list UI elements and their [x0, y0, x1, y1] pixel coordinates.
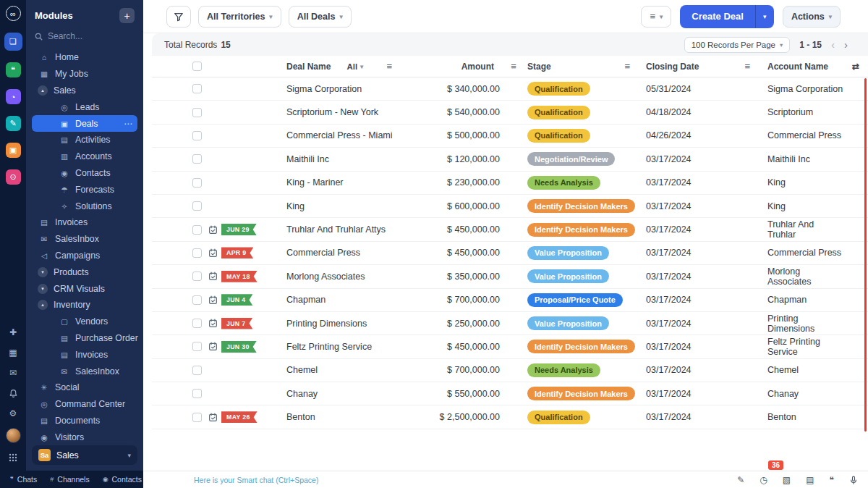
table-row[interactable]: JUN 4Chapman$ 700,000.00Proposal/Price Q… — [152, 289, 868, 312]
row-checkbox[interactable] — [192, 108, 202, 117]
more-options-icon[interactable]: ⋯ — [124, 119, 133, 129]
create-deal-button[interactable]: Create Deal — [680, 5, 755, 28]
statusbar-channels[interactable]: #Channels — [50, 475, 89, 484]
zia-icon[interactable]: ▧ — [783, 475, 791, 485]
stage-header[interactable]: Stage — [527, 62, 551, 72]
sidebar-item-leads[interactable]: ◎Leads — [32, 98, 137, 115]
sidebar-item-purchase-order[interactable]: ▤Purchase Order — [32, 330, 137, 347]
sidebar-item-documents[interactable]: ▤Documents — [32, 413, 137, 429]
calendar-check-icon[interactable] — [208, 272, 218, 281]
row-checkbox[interactable] — [192, 201, 202, 211]
closing-date-header[interactable]: Closing Date — [646, 62, 699, 72]
statusbar-contacts[interactable]: ◉Contacts — [103, 475, 142, 484]
deal-name-link[interactable]: Chanay — [286, 389, 318, 399]
sidebar-item-vendors[interactable]: ▢Vendors — [32, 314, 137, 330]
sidebar-item-inventory[interactable]: ▲Inventory — [32, 297, 137, 314]
search-app-icon[interactable]: ⊙ — [6, 169, 21, 185]
products-app-icon[interactable]: ▣ — [6, 143, 21, 158]
deal-name-link[interactable]: Chemel — [286, 365, 318, 375]
sidebar-item-deals[interactable]: ▣Deals⋯ — [32, 115, 137, 132]
deals-view-dropdown[interactable]: All Deals ▾ — [289, 6, 352, 28]
prev-page-button[interactable]: ‹ — [831, 38, 835, 51]
mic-icon[interactable] — [849, 476, 858, 484]
deal-name-link[interactable]: Truhlar And Truhlar Attys — [286, 224, 386, 235]
deal-name-link[interactable]: Sigma Corporation — [286, 84, 362, 94]
row-checkbox[interactable] — [192, 131, 202, 140]
create-deal-caret-button[interactable]: ▾ — [755, 5, 774, 28]
table-row[interactable]: Chemel$ 700,000.00Needs Analysis03/17/20… — [152, 359, 868, 382]
table-row[interactable]: Scriptorium - New York$ 540,000.00Qualif… — [152, 101, 868, 124]
apps-grid-icon[interactable] — [6, 452, 20, 463]
statusbar-chats[interactable]: ❞Chats — [10, 475, 37, 484]
table-row[interactable]: Maithili Inc$ 120,000.00Negotiation/Revi… — [152, 148, 868, 171]
row-checkbox[interactable] — [192, 319, 202, 328]
sidebar-item-my-jobs[interactable]: ▦My Jobs — [32, 66, 137, 83]
calendar-check-icon[interactable] — [208, 342, 218, 351]
sidebar-item-accounts[interactable]: ▥Accounts — [32, 148, 137, 165]
chat-bubble-icon[interactable]: ❝ — [830, 475, 834, 485]
sidebar-item-visitors[interactable]: ◉Visitors — [32, 429, 137, 445]
row-checkbox[interactable] — [192, 248, 202, 258]
notes-app-icon[interactable]: ✎ — [6, 116, 21, 131]
calendar-check-icon[interactable] — [208, 319, 218, 328]
sidebar-item-products[interactable]: ▼Products — [32, 264, 137, 280]
calendar-check-icon[interactable] — [208, 413, 218, 422]
column-menu-icon[interactable]: ≡ — [511, 61, 516, 72]
deal-name-link[interactable]: Chapman — [286, 295, 326, 305]
settings-icon[interactable]: ⚙ — [6, 408, 20, 419]
row-checkbox[interactable] — [192, 225, 202, 235]
row-checkbox[interactable] — [192, 366, 202, 375]
sidebar-item-social[interactable]: ✳Social — [32, 379, 137, 396]
actions-dropdown[interactable]: Actions ▾ — [783, 6, 841, 28]
manage-columns-icon[interactable]: ⇄ — [852, 62, 859, 72]
table-row[interactable]: JUN 30Feltz Printing Service$ 450,000.00… — [152, 335, 868, 358]
deal-name-link[interactable]: Scriptorium - New York — [286, 107, 378, 117]
table-row[interactable]: APR 9Commercial Press$ 450,000.00Value P… — [152, 242, 868, 265]
sidebar-item-salesinbox[interactable]: ✉SalesInbox — [32, 363, 137, 379]
panel-icon[interactable]: ▦ — [6, 347, 20, 358]
row-checkbox[interactable] — [192, 389, 202, 398]
sidebar-item-activities[interactable]: ▤Activities — [32, 132, 137, 148]
sidebar-item-command-center[interactable]: ◎Command Center — [32, 396, 137, 413]
row-checkbox[interactable] — [192, 342, 202, 351]
sidebar-item-forecasts[interactable]: ☂Forecasts — [32, 181, 137, 198]
sidebar-item-sales[interactable]: ▲Sales — [32, 83, 137, 99]
deal-name-link[interactable]: Printing Dimensions — [286, 319, 367, 329]
row-checkbox[interactable] — [192, 272, 202, 281]
table-row[interactable]: JUN 29Truhlar And Truhlar Attys$ 450,000… — [152, 218, 868, 241]
amount-header[interactable]: Amount — [461, 62, 494, 72]
sidebar-item-invoices[interactable]: ▤Invoices — [32, 346, 137, 363]
column-menu-icon[interactable]: ≡ — [744, 61, 750, 72]
table-row[interactable]: JUN 7Printing Dimensions$ 250,000.00Valu… — [152, 312, 868, 335]
row-checkbox[interactable] — [192, 295, 202, 305]
deal-filter-all-dropdown[interactable]: All ▾ — [346, 62, 363, 71]
column-menu-icon[interactable]: ≡ — [624, 61, 630, 72]
sidebar-item-invoices[interactable]: ▤Invoices — [32, 214, 137, 231]
table-row[interactable]: Chanay$ 550,000.00Identify Decision Make… — [152, 382, 868, 405]
territories-dropdown[interactable]: All Territories ▾ — [198, 6, 281, 28]
row-checkbox[interactable] — [192, 413, 202, 422]
smart-chat-input[interactable]: Here is your Smart chat (Ctrl+Space) — [194, 476, 318, 484]
avatar[interactable] — [6, 428, 21, 443]
table-row[interactable]: MAY 18Morlong Associates$ 350,000.00Valu… — [152, 265, 868, 288]
vertical-scrollbar[interactable] — [864, 78, 867, 432]
bell-icon[interactable] — [6, 387, 20, 399]
sidebar-item-solutions[interactable]: ✧Solutions — [32, 198, 137, 214]
table-row[interactable]: King$ 600,000.00Identify Decision Makers… — [152, 195, 868, 218]
row-checkbox[interactable] — [192, 84, 202, 93]
add-user-icon[interactable]: ✚ — [6, 327, 20, 338]
add-module-button[interactable]: + — [119, 8, 135, 23]
deal-name-link[interactable]: King — [286, 201, 305, 211]
next-page-button[interactable]: › — [844, 38, 848, 51]
chat-app-icon[interactable]: ❝ — [6, 62, 21, 77]
deal-name-link[interactable]: Morlong Associates — [286, 272, 365, 282]
calendar-check-icon[interactable] — [208, 248, 218, 258]
column-menu-icon[interactable]: ≡ — [386, 61, 392, 72]
row-checkbox[interactable] — [192, 178, 202, 188]
table-row[interactable]: Commercial Press - Miami$ 500,000.00Qual… — [152, 125, 868, 148]
sidebar-item-crm-visuals[interactable]: ▼CRM Visuals — [32, 280, 137, 297]
account-name-header[interactable]: Account Name — [767, 62, 828, 72]
analytics-icon[interactable]: ▤ — [806, 475, 814, 485]
crm-folder-icon[interactable]: ❏ — [4, 33, 22, 51]
table-row[interactable]: King - Mariner$ 230,000.00Needs Analysis… — [152, 172, 868, 195]
